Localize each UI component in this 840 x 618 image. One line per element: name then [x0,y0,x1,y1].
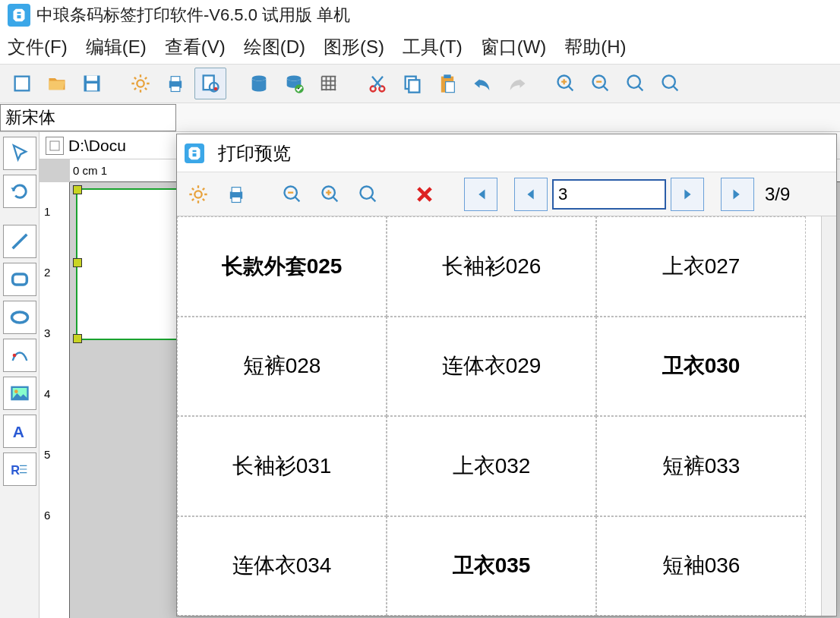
svg-rect-17 [409,80,419,92]
app-title: 中琅条码标签打印软件-V6.5.0 试用版 单机 [36,4,350,27]
open-button[interactable] [41,68,73,99]
svg-text:R: R [11,463,20,477]
zoom-1to1-button[interactable] [655,68,687,99]
svg-text:A: A [12,423,24,440]
label-cell: 连体衣034 [177,516,387,616]
ellipse-tool[interactable] [3,301,36,334]
page-count: 3/9 [765,184,790,205]
selection-handle[interactable] [73,258,82,267]
preview-close-button[interactable] [408,178,441,211]
svg-point-4 [137,80,144,87]
toolbar-separator [111,68,122,99]
doc-path: D:\Docu [68,137,126,155]
toolbar-separator [536,68,547,99]
grid-button[interactable] [313,68,345,99]
font-select[interactable] [0,104,176,131]
left-toolbar: A R [0,132,39,618]
line-tool[interactable] [3,225,36,258]
next-page-button[interactable] [671,178,704,211]
svg-point-23 [628,76,640,88]
menu-shape[interactable]: 图形(S) [324,35,384,59]
preview-toolbar: 3/9 [177,172,836,216]
menu-draw[interactable]: 绘图(D) [244,35,305,59]
ruler-label: 0 cm 1 [73,164,107,177]
first-page-button[interactable] [464,178,497,211]
preview-page: 长款外套025 长袖衫026 上衣027 短裤028 连体衣029 卫衣030 … [177,216,821,616]
svg-point-11 [252,76,267,81]
label-cell: 长袖衫031 [177,416,387,516]
label-grid: 长款外套025 长袖衫026 上衣027 短裤028 连体衣029 卫衣030 … [177,216,806,616]
page-number-input[interactable] [552,179,666,210]
label-cell: 上衣032 [387,416,596,516]
menu-window[interactable]: 窗口(W) [481,35,547,59]
svg-rect-32 [50,141,59,150]
new-button[interactable] [6,68,38,99]
zoom-fit-button[interactable] [620,68,652,99]
cut-button[interactable] [362,68,393,99]
svg-point-24 [663,76,675,88]
rotate-tool[interactable] [3,175,36,208]
selection-handle[interactable] [73,334,82,343]
curve-tool[interactable] [3,339,36,372]
svg-point-12 [287,76,302,81]
database-button[interactable] [243,68,275,99]
database-check-button[interactable] [278,68,310,99]
preview-scrollbar[interactable] [821,216,836,616]
svg-point-33 [194,191,201,197]
menu-help[interactable]: 帮助(H) [564,35,626,59]
menu-tool[interactable]: 工具(T) [403,35,463,59]
preview-settings-button[interactable] [182,178,215,211]
app-icon [8,4,30,27]
preview-zoom-in-button[interactable] [314,178,347,211]
preview-title-bar[interactable]: 打印预览 [177,134,836,172]
preview-button[interactable] [194,68,226,99]
save-button[interactable] [76,68,108,99]
zoom-in-button[interactable] [550,68,582,99]
preview-title: 打印预览 [218,141,291,166]
settings-button[interactable] [125,68,156,99]
svg-rect-7 [171,87,180,92]
pointer-tool[interactable] [3,137,36,170]
label-cell: 上衣027 [596,216,806,317]
svg-point-39 [361,186,373,198]
menu-view[interactable]: 查看(V) [165,35,226,59]
label-cell: 长袖衫026 [387,216,596,317]
preview-zoom-out-button[interactable] [276,178,309,211]
last-page-button[interactable] [721,178,754,211]
app-icon [185,143,204,163]
label-cell: 短裤028 [177,317,387,417]
prev-page-button[interactable] [514,178,548,211]
image-tool[interactable] [3,377,36,410]
svg-rect-36 [232,197,241,202]
svg-rect-0 [15,77,30,91]
svg-point-10 [214,87,218,91]
svg-point-27 [12,354,16,358]
label-cell: 卫衣035 [387,516,596,616]
svg-rect-20 [446,82,455,93]
text-tool[interactable]: A [3,415,36,448]
preview-zoom-fit-button[interactable] [352,178,385,211]
undo-button[interactable] [466,68,498,99]
label-cell: 短袖036 [596,516,806,616]
svg-point-29 [14,389,18,393]
label-cell: 长款外套025 [177,216,387,317]
svg-rect-6 [171,77,180,82]
print-button[interactable] [159,68,191,99]
svg-rect-19 [444,74,450,78]
svg-rect-25 [12,274,27,285]
font-bar [0,103,840,132]
svg-rect-3 [87,84,97,90]
menu-edit[interactable]: 编辑(E) [86,35,147,59]
redo-button[interactable] [501,68,533,99]
copy-button[interactable] [396,68,428,99]
main-toolbar [0,64,840,103]
menu-file[interactable]: 文件(F) [8,35,68,59]
preview-print-button[interactable] [219,178,253,211]
selection-handle[interactable] [73,185,82,194]
paste-button[interactable] [431,68,463,99]
zoom-out-button[interactable] [585,68,617,99]
label-cell: 连体衣029 [387,317,596,417]
rounded-rect-tool[interactable] [3,263,36,296]
richtext-tool[interactable]: R [3,452,36,486]
menu-bar: 文件(F) 编辑(E) 查看(V) 绘图(D) 图形(S) 工具(T) 窗口(W… [0,30,840,64]
